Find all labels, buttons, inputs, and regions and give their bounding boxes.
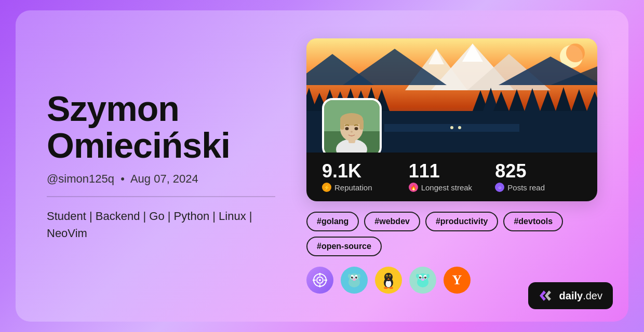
yc-letter: Y <box>452 272 462 288</box>
svg-point-83 <box>421 279 424 281</box>
daily-dev-logo-icon <box>539 288 555 303</box>
svg-point-67 <box>384 273 393 281</box>
daily-dev-badge: daily.dev <box>528 282 613 309</box>
posts-value: 825 <box>495 162 582 181</box>
reputation-value: 9.1K <box>322 162 409 181</box>
svg-point-2 <box>566 44 585 62</box>
svg-point-35 <box>458 126 461 129</box>
left-section: Szymon Omieciński @simon125q • Aug 07, 2… <box>47 90 275 242</box>
svg-point-62 <box>353 279 356 281</box>
tag-webdev[interactable]: #webdev <box>364 212 420 231</box>
stat-posts: 825 ○ Posts read <box>495 162 582 192</box>
user-bio: Student | Backend | Go | Python | Linux … <box>47 208 275 242</box>
streak-label: 🔥 Longest streak <box>409 183 495 192</box>
gopher2-icon <box>409 267 436 294</box>
streak-value: 111 <box>409 162 495 181</box>
stat-streak: 111 🔥 Longest streak <box>409 162 495 192</box>
reputation-icon: ⚡ <box>322 183 331 192</box>
svg-point-70 <box>386 275 387 276</box>
user-name: Szymon Omieciński <box>47 90 275 164</box>
tag-golang[interactable]: #golang <box>306 212 359 231</box>
divider <box>47 196 275 197</box>
svg-point-34 <box>450 126 453 129</box>
svg-point-61 <box>356 276 357 278</box>
svg-point-46 <box>351 131 353 133</box>
cover-area <box>306 38 597 153</box>
gopher-icon <box>341 267 368 294</box>
svg-point-44 <box>345 127 349 130</box>
svg-point-63 <box>348 274 351 278</box>
svg-point-64 <box>357 274 360 278</box>
tag-open-source[interactable]: #open-source <box>306 237 382 256</box>
daily-dev-text: daily.dev <box>559 290 602 302</box>
avatar-image <box>324 100 380 153</box>
svg-point-74 <box>389 287 393 289</box>
tech-icons-row: Y <box>306 267 471 294</box>
avatar-wrapper <box>322 98 382 153</box>
stats-card: 9.1K ⚡ Reputation 111 🔥 Longest streak 8… <box>306 38 597 201</box>
svg-point-66 <box>386 280 392 287</box>
posts-label: ○ Posts read <box>495 183 582 192</box>
svg-point-60 <box>352 276 353 278</box>
streak-icon: 🔥 <box>409 183 418 192</box>
tag-devtools[interactable]: #devtools <box>503 212 563 231</box>
svg-point-71 <box>390 275 391 276</box>
reputation-label: ⚡ Reputation <box>322 183 409 192</box>
crosshair-icon <box>306 267 333 294</box>
profile-card-container: Szymon Omieciński @simon125q • Aug 07, 2… <box>16 10 628 322</box>
svg-point-73 <box>384 287 388 289</box>
right-section: 9.1K ⚡ Reputation 111 🔥 Longest streak 8… <box>306 38 597 294</box>
svg-rect-42 <box>340 119 344 130</box>
posts-icon: ○ <box>495 183 504 192</box>
user-meta: @simon125q • Aug 07, 2024 <box>47 172 275 186</box>
svg-point-45 <box>355 127 358 130</box>
tags-section: #golang #webdev #productivity #devtools … <box>306 212 597 256</box>
svg-rect-43 <box>359 119 364 130</box>
svg-point-49 <box>319 279 321 281</box>
linux-icon <box>375 267 402 294</box>
tag-productivity[interactable]: #productivity <box>425 212 498 231</box>
ycombinator-icon: Y <box>444 267 471 294</box>
stat-reputation: 9.1K ⚡ Reputation <box>322 162 409 192</box>
stats-bar: 9.1K ⚡ Reputation 111 🔥 Longest streak 8… <box>306 153 597 201</box>
